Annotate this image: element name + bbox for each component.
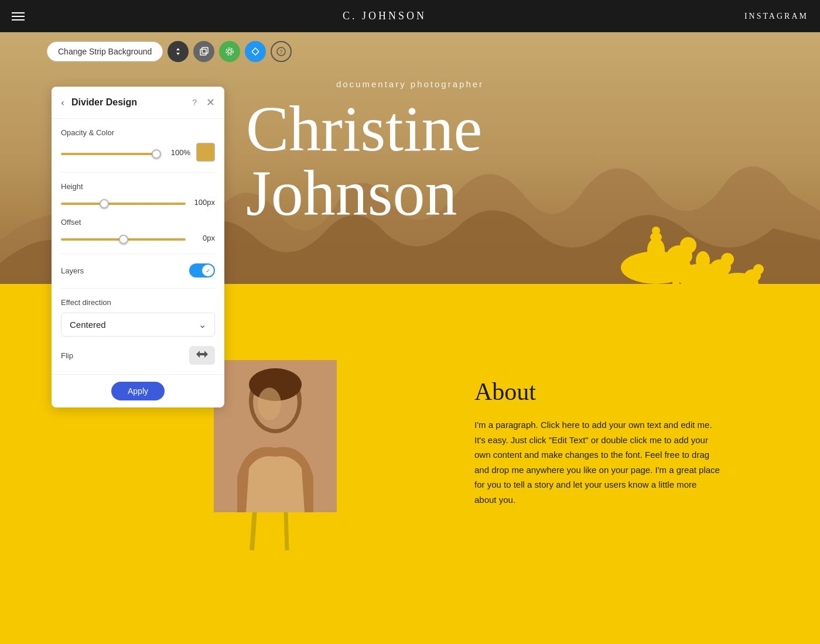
svg-rect-17 [732,273,737,290]
duplicate-icon-button[interactable] [193,41,214,62]
chevron-down-icon: ⌄ [199,319,206,330]
divider-design-panel: ‹ Divider Design ? ✕ Opacity & Color 100… [52,87,224,407]
divider-2 [61,254,215,254]
editor-toolbar: Change Strip Background ? [47,41,292,62]
settings-icon [224,46,235,57]
layers-toggle-row: Layers ✓ [61,263,215,278]
svg-point-2 [680,237,696,254]
portrait-image [214,360,337,512]
opacity-slider-row: 100% [61,143,215,162]
svg-point-13 [696,251,710,270]
svg-point-32 [258,388,281,420]
hero-first-name: Christine [246,97,482,161]
change-strip-button[interactable]: Change Strip Background [47,42,163,61]
layers-toggle[interactable]: ✓ [189,263,215,278]
svg-point-10 [721,253,734,266]
apply-button[interactable]: Apply [111,382,165,400]
opacity-slider[interactable] [61,153,161,155]
effect-direction-label: Effect direction [61,298,215,307]
flip-button[interactable] [189,346,215,365]
svg-text:?: ? [280,49,283,55]
panel-footer: Apply [52,374,224,407]
height-slider[interactable] [61,203,186,205]
reorder-icon-button[interactable] [168,41,189,62]
about-title: About [474,378,720,406]
menu-button[interactable] [12,12,25,20]
opacity-color-label: Opacity & Color [61,128,215,137]
height-slider-container [61,197,186,207]
hero-subtitle: documentary photographer [336,79,484,89]
svg-point-16 [753,264,764,275]
panel-title: Divider Design [71,97,187,108]
panel-body: Opacity & Color 100% Height 100px Offse [52,119,224,374]
panel-header: ‹ Divider Design ? ✕ [52,87,224,119]
height-slider-row: 100px [61,197,215,207]
svg-rect-34 [202,47,208,53]
flip-icon-button[interactable] [245,41,266,62]
svg-point-35 [228,50,231,53]
flip-label: Flip [61,351,73,360]
portrait-svg [214,360,337,512]
settings-icon-button[interactable] [219,41,240,62]
panel-back-button[interactable]: ‹ [61,97,64,109]
site-title: C. JOHNSON [343,10,426,22]
help-icon-button[interactable]: ? [271,41,292,62]
flip-icon [195,350,209,359]
layers-label: Layers [61,266,84,275]
toggle-knob: ✓ [202,265,214,276]
effect-direction-value: Centered [70,320,106,330]
divider-1 [61,172,215,173]
panel-help-button[interactable]: ? [192,98,197,107]
opacity-slider-container [61,147,161,157]
flip-row: Flip [61,346,215,365]
svg-rect-18 [747,279,751,291]
camel-silhouettes [480,197,773,291]
svg-rect-33 [200,49,206,55]
color-swatch[interactable] [196,143,215,162]
svg-point-36 [226,48,233,55]
effect-direction-dropdown[interactable]: Centered ⌄ [61,313,215,337]
height-label: Height [61,182,215,191]
divider-3 [61,288,215,289]
about-section: About I'm a paragraph. Click here to add… [474,378,720,507]
offset-value: 0px [192,234,215,242]
hero-name: Christine Johnson [246,97,482,225]
offset-slider[interactable] [61,238,186,241]
panel-close-button[interactable]: ✕ [206,96,215,109]
layers-section: Layers ✓ [61,263,215,278]
height-section: Height 100px [61,182,215,207]
opacity-value: 100% [167,148,190,157]
offset-section: Offset 0px [61,218,215,243]
effect-direction-section: Effect direction Centered ⌄ [61,298,215,337]
hero-last-name: Johnson [246,161,482,225]
offset-slider-row: 0px [61,232,215,243]
opacity-color-section: Opacity & Color 100% [61,128,215,162]
offset-slider-container [61,232,186,243]
help-icon: ? [276,46,286,57]
instagram-link[interactable]: INSTAGRAM [744,12,808,21]
topbar: C. JOHNSON INSTAGRAM [0,0,820,32]
about-text: I'm a paragraph. Click here to add your … [474,417,720,507]
duplicate-icon [199,46,209,57]
height-value: 100px [192,198,215,207]
svg-point-7 [652,227,660,235]
offset-label: Offset [61,218,215,227]
flip-icon [250,46,261,57]
reorder-icon [173,46,183,57]
